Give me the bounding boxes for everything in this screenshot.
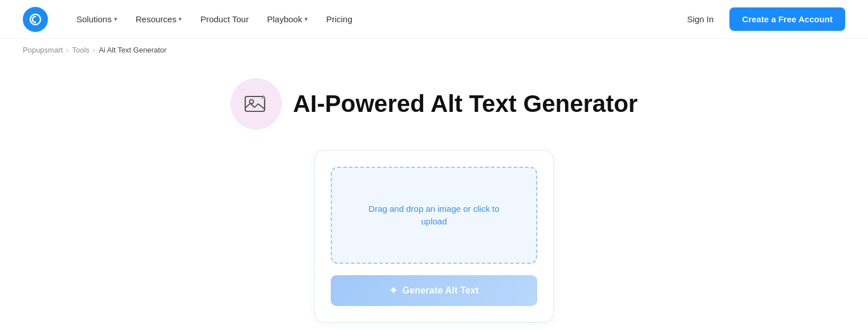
page-title: AI-Powered Alt Text Generator bbox=[293, 91, 638, 117]
breadcrumb: Popupsmart › Tools › Ai Alt Text Generat… bbox=[0, 39, 868, 61]
logo-icon bbox=[23, 7, 48, 32]
chevron-down-icon: ▾ bbox=[179, 15, 182, 23]
navbar-left: Solutions ▾ Resources ▾ Product Tour Pla… bbox=[23, 7, 360, 32]
generate-alt-text-button[interactable]: ✦ Generate Alt Text bbox=[331, 275, 537, 306]
breadcrumb-tools[interactable]: Tools bbox=[72, 46, 89, 54]
nav-item-solutions[interactable]: Solutions ▾ bbox=[68, 10, 125, 29]
nav-item-playbook[interactable]: Playbook ▾ bbox=[259, 10, 316, 29]
breadcrumb-home[interactable]: Popupsmart bbox=[23, 46, 63, 54]
sparkle-icon: ✦ bbox=[389, 284, 398, 297]
nav-item-pricing[interactable]: Pricing bbox=[318, 10, 360, 29]
svg-point-0 bbox=[30, 14, 40, 25]
hero-section: AI-Powered Alt Text Generator bbox=[230, 78, 638, 130]
image-dropzone[interactable]: Drag and drop an image or click to uploa… bbox=[331, 167, 537, 264]
chevron-down-icon: ▾ bbox=[114, 15, 117, 23]
main-content: AI-Powered Alt Text Generator Drag and d… bbox=[0, 61, 868, 330]
nav-item-resources[interactable]: Resources ▾ bbox=[128, 10, 190, 29]
create-account-button[interactable]: Create a Free Account bbox=[729, 7, 845, 31]
sign-in-button[interactable]: Sign In bbox=[680, 10, 721, 29]
nav-item-product-tour[interactable]: Product Tour bbox=[192, 10, 257, 29]
chevron-down-icon: ▾ bbox=[305, 15, 308, 23]
navbar: Solutions ▾ Resources ▾ Product Tour Pla… bbox=[0, 0, 868, 39]
breadcrumb-current: Ai Alt Text Generator bbox=[99, 46, 167, 54]
tool-card: Drag and drop an image or click to uploa… bbox=[314, 150, 554, 323]
nav-links: Solutions ▾ Resources ▾ Product Tour Pla… bbox=[68, 10, 360, 29]
logo[interactable] bbox=[23, 7, 48, 32]
image-ai-icon bbox=[243, 91, 269, 117]
breadcrumb-separator: › bbox=[66, 46, 68, 54]
navbar-right: Sign In Create a Free Account bbox=[680, 7, 845, 31]
dropzone-label: Drag and drop an image or click to uploa… bbox=[368, 203, 499, 228]
brand-icon bbox=[29, 13, 42, 26]
breadcrumb-separator: › bbox=[93, 46, 95, 54]
hero-icon-container bbox=[230, 78, 282, 130]
